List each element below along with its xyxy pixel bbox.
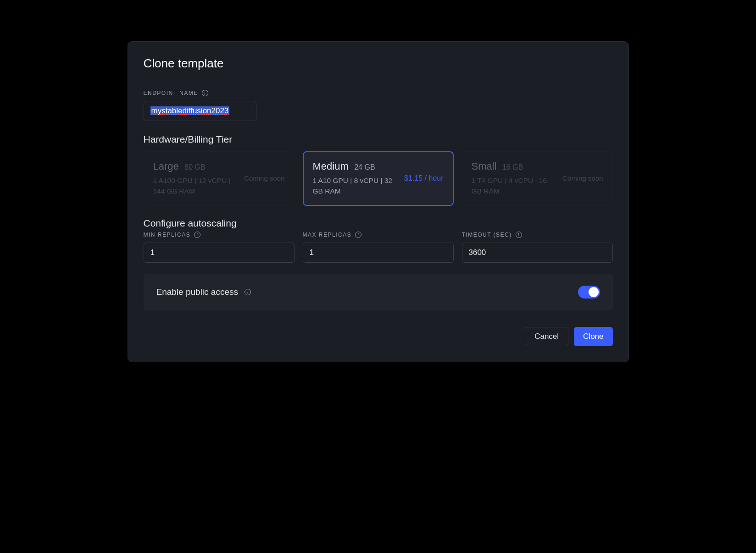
endpoint-name-label: ENDPOINT NAME i (144, 90, 613, 96)
max-replicas-field: MAX REPLICAS i (303, 232, 454, 263)
tier-card-small: Small 16 GB 1 T4 GPU | 4 vCPU | 16 GB RA… (462, 151, 613, 206)
clone-button[interactable]: Clone (574, 327, 612, 346)
cancel-button[interactable]: Cancel (525, 327, 568, 346)
timeout-field: TIMEOUT (SEC) i (462, 232, 613, 263)
tier-name: Large (153, 160, 179, 172)
timeout-input[interactable] (462, 243, 613, 263)
tier-status: Coming soon (562, 173, 603, 184)
max-replicas-label: MAX REPLICAS i (303, 232, 454, 238)
public-access-label: Enable public access i (156, 287, 251, 297)
tier-specs: 1 A100 GPU | 12 vCPU | 144 GB RAM (153, 175, 239, 197)
clone-template-modal: Clone template ENDPOINT NAME i mystabled… (128, 41, 629, 362)
tier-card-large: Large 80 GB 1 A100 GPU | 12 vCPU | 144 G… (144, 151, 295, 206)
public-access-row: Enable public access i (144, 274, 613, 310)
tier-name: Medium (313, 160, 349, 172)
info-icon[interactable]: i (355, 232, 361, 238)
autoscale-row: MIN REPLICAS i MAX REPLICAS i TIMEOUT (S… (144, 232, 613, 263)
tier-name: Small (472, 160, 497, 172)
hardware-heading: Hardware/Billing Tier (144, 134, 613, 145)
min-replicas-label: MIN REPLICAS i (144, 232, 295, 238)
tier-price: $1.15 / hour (404, 173, 443, 184)
info-icon[interactable]: i (202, 90, 208, 96)
info-icon[interactable]: i (245, 289, 251, 295)
endpoint-name-field: ENDPOINT NAME i mystablediffusion2023 (144, 90, 613, 121)
info-icon[interactable]: i (516, 232, 522, 238)
modal-footer: Cancel Clone (144, 327, 613, 346)
tier-row: Large 80 GB 1 A100 GPU | 12 vCPU | 144 G… (144, 151, 613, 206)
timeout-label: TIMEOUT (SEC) i (462, 232, 613, 238)
tier-size: 80 GB (184, 163, 205, 171)
tier-status: Coming soon (244, 173, 284, 184)
min-replicas-input[interactable] (144, 243, 295, 263)
toggle-knob (589, 287, 599, 297)
endpoint-name-input[interactable]: mystablediffusion2023 (144, 101, 256, 121)
max-replicas-input[interactable] (303, 243, 454, 263)
tier-card-medium[interactable]: Medium 24 GB 1 A10 GPU | 8 vCPU | 32 GB … (303, 151, 454, 206)
tier-size: 16 GB (502, 163, 523, 171)
info-icon[interactable]: i (194, 232, 200, 238)
min-replicas-field: MIN REPLICAS i (144, 232, 295, 263)
tier-specs: 1 A10 GPU | 8 vCPU | 32 GB RAM (313, 175, 399, 197)
public-access-toggle[interactable] (578, 286, 600, 299)
modal-title: Clone template (144, 56, 613, 71)
tier-size: 24 GB (354, 163, 375, 171)
tier-specs: 1 T4 GPU | 4 vCPU | 16 GB RAM (472, 175, 557, 197)
autoscale-heading: Configure autoscaling (144, 218, 613, 229)
